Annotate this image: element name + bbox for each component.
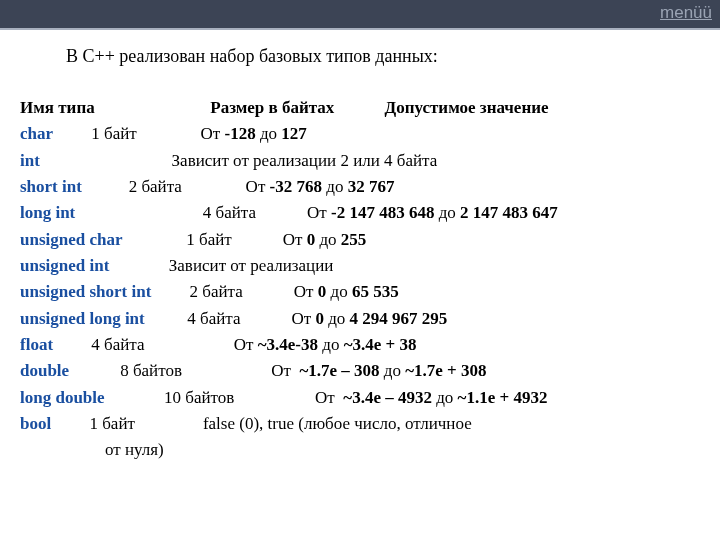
table-row: short int 2 байта От -32 768 до 32 767 xyxy=(20,174,720,200)
trailing-line: от нуля) xyxy=(20,437,720,463)
type-keyword: double xyxy=(20,361,69,380)
menu-link[interactable]: menüü xyxy=(660,3,712,23)
table-row: long double 10 байтов От ~3.4e – 4932 до… xyxy=(20,385,720,411)
top-bar: menüü xyxy=(0,0,720,30)
table-row: int Зависит от реализации 2 или 4 байта xyxy=(20,148,720,174)
type-keyword: long int xyxy=(20,203,75,222)
table-row: long int 4 байта От -2 147 483 648 до 2 … xyxy=(20,200,720,226)
type-keyword: unsigned short int xyxy=(20,282,151,301)
table-row: double 8 байтов От ~1.7e – 308 до ~1.7e … xyxy=(20,358,720,384)
type-keyword: unsigned long int xyxy=(20,309,145,328)
type-keyword: bool xyxy=(20,414,51,433)
table-row: unsigned long int 4 байта От 0 до 4 294 … xyxy=(20,306,720,332)
type-keyword: unsigned char xyxy=(20,230,123,249)
table-row: char 1 байт От -128 до 127 xyxy=(20,121,720,147)
table-row: unsigned char 1 байт От 0 до 255 xyxy=(20,227,720,253)
table-row: unsigned int Зависит от реализации xyxy=(20,253,720,279)
header-col-name: Имя типа xyxy=(20,95,206,121)
table-row: float 4 байта От ~3.4e-38 до ~3.4e + 38 xyxy=(20,332,720,358)
header-col-range: Допустимое значение xyxy=(385,95,549,121)
type-keyword: short int xyxy=(20,177,82,196)
type-keyword: long double xyxy=(20,388,105,407)
intro-text: В С++ реализован набор базовых типов дан… xyxy=(66,46,720,67)
table-row: bool 1 байт false (0), true (любое число… xyxy=(20,411,720,437)
table-row: unsigned short int 2 байта От 0 до 65 53… xyxy=(20,279,720,305)
table-header: Имя типа Размер в байтах Допустимое знач… xyxy=(20,95,720,121)
header-col-size: Размер в байтах xyxy=(210,95,380,121)
type-rows: char 1 байт От -128 до 127int Зависит от… xyxy=(20,121,720,437)
type-keyword: int xyxy=(20,151,40,170)
content-area: Имя типа Размер в байтах Допустимое знач… xyxy=(20,95,720,464)
type-keyword: char xyxy=(20,124,53,143)
type-keyword: unsigned int xyxy=(20,256,109,275)
type-keyword: float xyxy=(20,335,53,354)
